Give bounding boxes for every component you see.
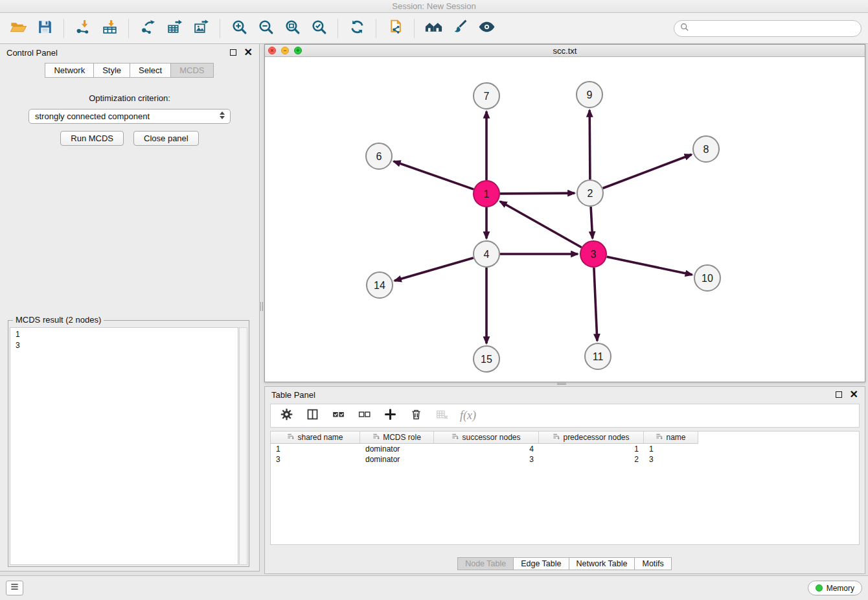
edge-1-6[interactable]	[394, 161, 474, 189]
column-header-shared-name[interactable]: shared name	[271, 432, 360, 444]
import-table-button[interactable]	[98, 17, 121, 40]
table-cell[interactable]: 1	[539, 444, 644, 454]
import-network-button[interactable]	[71, 17, 95, 40]
network-canvas-svg[interactable]: 7968124314101511	[265, 57, 865, 381]
graph-node-10[interactable]: 10	[694, 265, 720, 291]
graph-node-15[interactable]: 15	[474, 346, 499, 372]
tab-edge-table[interactable]: Edge Table	[513, 557, 569, 570]
network-canvas[interactable]: 7968124314101511	[265, 57, 865, 381]
graph-node-14[interactable]: 14	[367, 272, 393, 298]
edge-2-9[interactable]	[589, 110, 590, 179]
edge-3-11[interactable]	[594, 268, 597, 341]
criterion-dropdown[interactable]: strongly connected component	[29, 109, 231, 124]
table-cell[interactable]: 2	[539, 454, 644, 465]
window-close-button[interactable]: ×	[268, 47, 276, 54]
edge-2-3[interactable]	[591, 207, 593, 238]
table-settings-button[interactable]	[279, 408, 294, 424]
function-builder-button[interactable]: f(x)	[460, 409, 476, 422]
graph-node-6[interactable]: 6	[366, 143, 392, 169]
window-minimize-button[interactable]: −	[281, 47, 289, 54]
table-cell[interactable]: 3	[271, 454, 360, 465]
open-session-icon	[10, 19, 27, 38]
duplicate-network-button[interactable]	[383, 17, 407, 40]
graph-node-8[interactable]: 8	[693, 136, 719, 162]
table-cell[interactable]: 3	[434, 454, 539, 465]
close-table-panel-icon[interactable]: ✕	[850, 389, 858, 400]
control-panel-title: Control Panel	[6, 48, 58, 58]
tab-mcds[interactable]: MCDS	[170, 63, 213, 78]
tab-network[interactable]: Network	[45, 63, 94, 78]
memory-button[interactable]: Memory	[808, 581, 862, 595]
column-header-label: predecessor nodes	[563, 433, 629, 442]
column-header-successor-nodes[interactable]: successor nodes	[434, 432, 539, 444]
add-row-button[interactable]	[382, 408, 398, 424]
save-session-icon	[36, 19, 54, 38]
table-cell[interactable]: 1	[644, 444, 698, 454]
close-panel-icon[interactable]: ✕	[244, 47, 253, 58]
edge-3-1[interactable]	[500, 202, 582, 248]
run-mcds-button[interactable]: Run MCDS	[60, 131, 124, 146]
graph-node-2[interactable]: 2	[577, 180, 603, 206]
table-cell[interactable]: 4	[434, 444, 539, 454]
tab-node-table[interactable]: Node Table	[457, 557, 514, 570]
close-panel-button[interactable]: Close panel	[133, 131, 199, 146]
memory-status-dot	[816, 584, 823, 592]
window-zoom-button[interactable]: +	[294, 47, 302, 54]
graph-node-7[interactable]: 7	[474, 83, 499, 109]
result-scrollbar[interactable]	[239, 327, 247, 565]
zoom-in-button[interactable]	[227, 17, 251, 40]
network-overview-button[interactable]	[422, 17, 445, 40]
export-network-button[interactable]	[136, 17, 159, 40]
edge-1-2[interactable]	[500, 193, 575, 194]
graph-node-11[interactable]: 11	[585, 343, 611, 369]
table-cell[interactable]: 1	[271, 444, 360, 454]
tab-select[interactable]: Select	[130, 63, 171, 78]
zoom-fit-button[interactable]	[280, 17, 304, 40]
search-box[interactable]	[674, 20, 862, 37]
save-session-button[interactable]	[33, 17, 56, 40]
show-graphics-details-button[interactable]	[475, 17, 498, 40]
column-header-MCDS-role[interactable]: MCDS role	[360, 432, 434, 444]
zoom-out-button[interactable]	[254, 17, 277, 40]
toolbar-separator	[414, 19, 415, 38]
zoom-selected-button[interactable]	[307, 17, 330, 40]
graph-node-1[interactable]: 1	[474, 181, 499, 207]
column-header-name[interactable]: name	[644, 432, 698, 444]
table-cell[interactable]: 3	[644, 454, 698, 465]
edge-3-10[interactable]	[607, 257, 692, 275]
deselect-all-rows-button[interactable]	[356, 408, 372, 424]
table-cell[interactable]: dominator	[360, 454, 434, 465]
table-row[interactable]: 3dominator323	[271, 454, 859, 465]
delete-table-button[interactable]	[434, 408, 450, 424]
column-header-label: shared name	[297, 433, 343, 442]
graph-node-4[interactable]: 4	[474, 241, 499, 267]
graph-node-3[interactable]: 3	[580, 241, 606, 267]
edge-2-8[interactable]	[603, 155, 692, 189]
table-row[interactable]: 1dominator411	[271, 444, 859, 454]
column-header-predecessor-nodes[interactable]: predecessor nodes	[539, 432, 644, 444]
delete-row-button[interactable]	[408, 408, 424, 424]
refresh-layout-button[interactable]	[345, 17, 369, 40]
mcds-result-title: MCDS result (2 nodes)	[13, 315, 104, 325]
float-panel-icon[interactable]	[230, 49, 236, 56]
open-session-button[interactable]	[6, 17, 30, 40]
select-all-rows-button[interactable]	[330, 408, 346, 424]
mcds-result-list[interactable]: 13	[10, 327, 238, 565]
export-table-button[interactable]	[163, 17, 186, 40]
column-visibility-button[interactable]	[304, 408, 320, 424]
tab-style[interactable]: Style	[93, 63, 130, 78]
delete-row-icon	[409, 408, 423, 424]
table-cell[interactable]: dominator	[360, 444, 434, 454]
network-window-titlebar[interactable]: × − + scc.txt	[265, 45, 865, 57]
tab-network-table[interactable]: Network Table	[569, 557, 635, 570]
float-table-panel-icon[interactable]	[836, 391, 842, 398]
graph-node-9[interactable]: 9	[577, 82, 602, 108]
status-menu-button[interactable]	[6, 581, 23, 595]
export-image-button[interactable]	[189, 17, 212, 40]
style-brush-button[interactable]	[448, 17, 472, 40]
search-icon	[680, 23, 689, 34]
tab-motifs[interactable]: Motifs	[634, 557, 671, 570]
edge-4-14[interactable]	[394, 258, 474, 281]
vertical-splitter[interactable]	[260, 44, 264, 571]
search-input[interactable]	[692, 23, 855, 33]
